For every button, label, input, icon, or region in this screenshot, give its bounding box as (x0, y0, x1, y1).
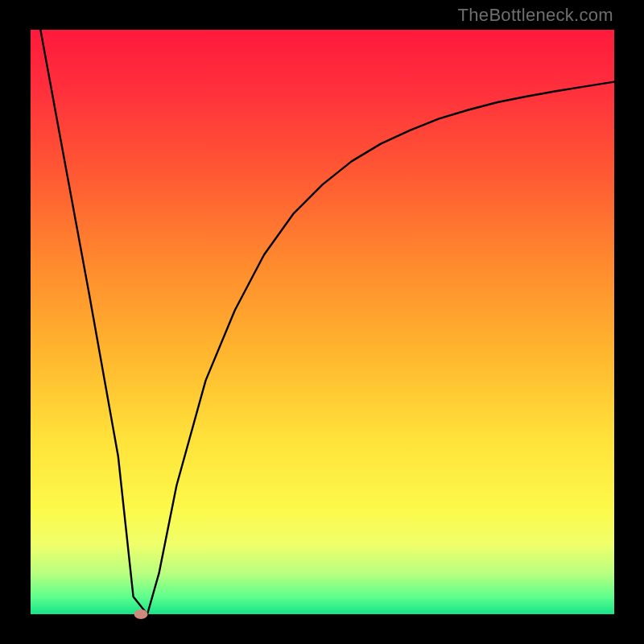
chart-frame: TheBottleneck.com (0, 0, 644, 644)
watermark-text: TheBottleneck.com (458, 5, 613, 26)
plot-area (31, 30, 614, 614)
bottleneck-curve (31, 30, 614, 614)
optimum-marker (134, 609, 148, 619)
